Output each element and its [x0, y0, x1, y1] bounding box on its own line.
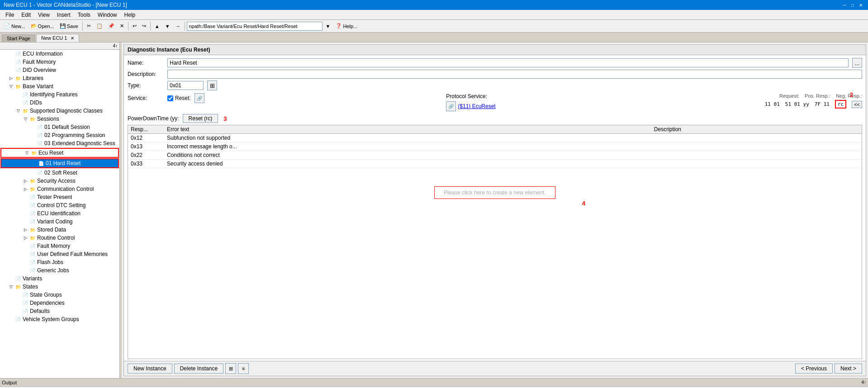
- close-button[interactable]: ✕: [857, 1, 864, 9]
- table-row[interactable]: 0x33 Security access denied: [128, 160, 862, 168]
- row4-error-text: Security access denied: [164, 160, 651, 168]
- menu-insert[interactable]: Insert: [53, 11, 74, 19]
- sidebar-item-user-defined-fault-memories[interactable]: 📄 User Defined Fault Memories: [0, 250, 119, 258]
- service-icon-button[interactable]: 🔗: [194, 93, 204, 103]
- annotation-3: 3: [223, 115, 227, 122]
- expand-icon: ▽: [14, 107, 22, 114]
- expand-icon: [22, 259, 29, 266]
- sidebar-item-03-extended-diagnostic-sess[interactable]: 📄 03 Extended Diagnostic Sess: [0, 139, 119, 147]
- sidebar-item-02-programming-session[interactable]: 📄 02 Programming Session: [0, 131, 119, 139]
- table-row[interactable]: 0x13 Incorrect message length o...: [128, 142, 862, 151]
- new-element-placeholder[interactable]: Please click here to create a new elemen…: [434, 186, 555, 199]
- sidebar-item-tester-present[interactable]: 📄 Tester Present: [0, 193, 119, 201]
- sidebar-item-communication-control[interactable]: ▷ 📁 Communication Control: [0, 185, 119, 193]
- ecu-reset-icon: 📁: [30, 149, 38, 156]
- next-button[interactable]: Next >: [835, 364, 862, 374]
- nav-up-button[interactable]: ▲: [152, 21, 162, 31]
- sidebar-item-dids[interactable]: 📄 DIDs: [0, 99, 119, 107]
- reset-rc-button[interactable]: Reset (rc): [183, 114, 218, 123]
- minimize-button[interactable]: ─: [841, 1, 848, 9]
- sidebar-item-01-hard-reset[interactable]: 📄 01 Hard Reset 1: [0, 158, 119, 168]
- protocol-service-icon-button[interactable]: 🔗: [446, 101, 456, 111]
- tab-close-icon[interactable]: ✕: [71, 36, 74, 41]
- nav-right-button[interactable]: →: [173, 21, 183, 31]
- copy-button[interactable]: 📋: [94, 21, 105, 31]
- sidebar-item-state-groups[interactable]: 📄 State Groups: [0, 291, 119, 299]
- sidebar-item-vehicle-system-groups[interactable]: 📄 Vehicle System Groups: [0, 315, 119, 323]
- menu-tools[interactable]: Tools: [74, 11, 94, 19]
- help-button[interactable]: ❓ Help...: [333, 21, 360, 31]
- sidebar-item-01-default-session[interactable]: 📄 01 Default Session: [0, 123, 119, 131]
- sidebar-item-routine-control[interactable]: ▷ 📁 Routine Control: [0, 234, 119, 242]
- ecu-info-icon: 📄: [14, 50, 22, 57]
- type-field[interactable]: [167, 81, 204, 90]
- save-button[interactable]: 💾 Save: [57, 21, 81, 31]
- path-input[interactable]: [187, 22, 323, 31]
- previous-button[interactable]: < Previous: [795, 364, 833, 374]
- sidebar-item-stored-data[interactable]: ▷ 📁 Stored Data: [0, 226, 119, 234]
- table-row[interactable]: 0x12 Subfunction not supported: [128, 134, 862, 142]
- description-field[interactable]: [167, 70, 862, 79]
- nav-prev-button[interactable]: <<: [852, 101, 862, 108]
- tab-start-page[interactable]: Start Page: [2, 34, 35, 42]
- sidebar-item-did-overview[interactable]: 📄 DID Overview: [0, 66, 119, 74]
- tab-new-ecu1[interactable]: New ECU 1 ✕: [36, 34, 79, 42]
- error-table: Resp... Error text Description 0x12 Subf…: [128, 125, 862, 168]
- sidebar-item-security-access[interactable]: ▷ 📁 Security Access: [0, 177, 119, 185]
- output-panel: Output 4↑ Document instantiated.: [0, 378, 868, 388]
- sidebar-item-variant-coding[interactable]: 📄 Variant Coding: [0, 218, 119, 226]
- sidebar-item-sessions[interactable]: ▽ 📁 Sessions: [0, 115, 119, 123]
- name-field[interactable]: [167, 58, 849, 67]
- sidebar-item-ecu-identification[interactable]: 📄 ECU Identification: [0, 209, 119, 218]
- sidebar-item-generic-jobs[interactable]: 📄 Generic Jobs: [0, 266, 119, 274]
- sidebar-item-base-variant[interactable]: ▽ 📁 Base Variant: [0, 82, 119, 90]
- path-dropdown-button[interactable]: ▼: [323, 21, 333, 31]
- new-button[interactable]: 📄 New...: [2, 21, 28, 31]
- sidebar-item-ecu-reset[interactable]: ▽ 📁 Ecu Reset: [0, 148, 119, 158]
- tab-bar: Start Page New ECU 1 ✕: [0, 33, 868, 43]
- type-browse-button[interactable]: ⊞: [207, 80, 217, 90]
- sidebar-item-flash-jobs[interactable]: 📄 Flash Jobs: [0, 258, 119, 266]
- menu-window[interactable]: Window: [94, 11, 121, 19]
- libraries-icon: 📁: [14, 75, 22, 82]
- paste-button[interactable]: 📌: [106, 21, 117, 31]
- sidebar-item-defaults[interactable]: 📄 Defaults: [0, 307, 119, 315]
- menu-help[interactable]: Help: [121, 11, 139, 19]
- menu-edit[interactable]: Edit: [18, 11, 34, 19]
- routine-control-icon: 📁: [29, 234, 36, 241]
- sidebar-item-control-dtc-setting[interactable]: 📄 Control DTC Setting: [0, 201, 119, 209]
- icon-btn-1[interactable]: ⊞: [225, 363, 236, 374]
- redo-button[interactable]: ↪: [140, 21, 148, 31]
- delete-button[interactable]: ✕: [118, 21, 126, 31]
- protocol-service-link[interactable]: ($11) EcuReset: [458, 103, 495, 109]
- row1-description: [651, 134, 862, 142]
- undo-button[interactable]: ↩: [130, 21, 139, 31]
- nav-down-button[interactable]: ▼: [163, 21, 172, 31]
- sidebar-item-states[interactable]: ▽ 📁 States: [0, 283, 119, 291]
- service-checkbox[interactable]: [167, 95, 173, 101]
- separator-4: [185, 22, 185, 31]
- row1-resp: 0x12: [128, 134, 164, 142]
- new-instance-button[interactable]: New Instance: [128, 364, 172, 374]
- sidebar-item-dependencies[interactable]: 📄 Dependencies: [0, 299, 119, 307]
- security-access-icon: 📁: [29, 177, 36, 185]
- menu-view[interactable]: View: [34, 11, 53, 19]
- sidebar-item-02-soft-reset[interactable]: 📄 02 Soft Reset: [0, 169, 119, 177]
- sidebar-item-libraries[interactable]: ▷ 📁 Libraries: [0, 74, 119, 82]
- sidebar-item-fault-memory[interactable]: 📄 Fault Memory: [0, 242, 119, 250]
- sidebar-item-fault-memory-top[interactable]: 📄 Fault Memory: [0, 58, 119, 66]
- scroll-indicator: 4↑: [113, 43, 118, 48]
- table-row[interactable]: 0x22 Conditions not correct: [128, 151, 862, 160]
- sidebar-item-ecu-information[interactable]: 📄 ECU Information: [0, 50, 119, 58]
- sidebar-item-identifying-features[interactable]: 📄 Identifying Features: [0, 90, 119, 99]
- cut-button[interactable]: ✂: [85, 21, 93, 31]
- expand-icon: [14, 91, 22, 98]
- sidebar-item-variants[interactable]: 📄 Variants: [0, 274, 119, 283]
- sidebar-item-supported-diagnostic-classes[interactable]: ▽ 📁 Supported Diagnostic Classes: [0, 107, 119, 115]
- delete-instance-button[interactable]: Delete Instance: [174, 364, 223, 374]
- icon-btn-2[interactable]: ≡: [238, 363, 249, 374]
- open-button[interactable]: 📂 Open...: [28, 21, 57, 31]
- menu-file[interactable]: File: [2, 11, 18, 19]
- name-browse-button[interactable]: ...: [852, 58, 862, 68]
- maximize-button[interactable]: □: [849, 1, 856, 9]
